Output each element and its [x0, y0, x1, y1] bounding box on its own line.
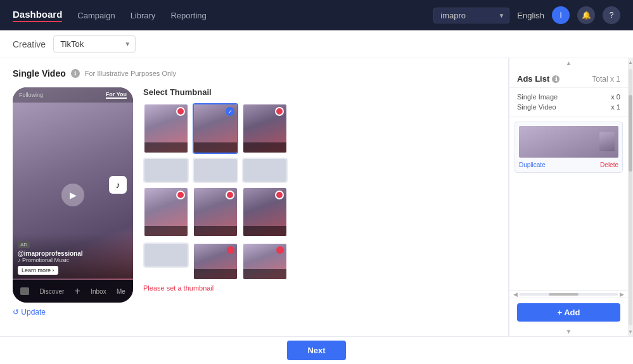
ads-hscroll: ◀ ▶: [509, 290, 628, 298]
sub-header: Creative TikTok Facebook Instagram ▼: [0, 30, 633, 58]
phone-nav-add: +: [75, 286, 80, 297]
phone-caption: ♪ Promotional Music: [18, 257, 128, 263]
ad-card-thumb: [519, 126, 618, 158]
ad-card-1: Duplicate Delete: [515, 122, 623, 173]
ads-list-info-icon: ℹ: [552, 75, 559, 83]
main-layout: Single Video ℹ For Illustrative Purposes…: [0, 58, 633, 336]
thumb-item-3[interactable]: [242, 103, 288, 154]
account-selector[interactable]: imapro ▼: [433, 8, 509, 23]
phone-username: @imaproprofessional: [18, 250, 128, 257]
duplicate-button[interactable]: Duplicate: [519, 161, 546, 168]
ads-stat-image-label: Single Image: [517, 93, 558, 101]
phone-nav-discover: Discover: [39, 288, 64, 295]
scroll-arrow-up[interactable]: ▲: [509, 58, 628, 68]
notifications-icon[interactable]: 🔔: [577, 6, 595, 24]
phone-nav-inbox: Inbox: [91, 288, 106, 295]
ads-stat-single-video: Single Video x 1: [517, 102, 620, 112]
user-avatar[interactable]: i: [552, 6, 570, 24]
thumb-item-6[interactable]: [242, 158, 288, 183]
thumb-item-12[interactable]: [242, 242, 288, 280]
thumb-item-8[interactable]: [193, 187, 238, 237]
hscroll-right-arrow[interactable]: ▶: [618, 291, 625, 298]
nav-right: imapro ▼ English i 🔔 ?: [433, 6, 620, 24]
thumb-item-9[interactable]: [242, 187, 288, 237]
thumb-item-1[interactable]: [143, 103, 189, 154]
app-container: Dashboard Campaign Library Reporting ima…: [0, 0, 633, 364]
thumb-select-9: [275, 191, 284, 199]
ads-list-header: Ads List ℹ Total x 1: [509, 68, 628, 88]
thumb-item-5[interactable]: [193, 158, 238, 183]
language-label[interactable]: English: [517, 11, 544, 20]
thumb-item-4[interactable]: [143, 158, 189, 183]
bottom-bar: Next: [0, 336, 633, 364]
thumb-select-7: [176, 191, 185, 199]
ad-badge: AD: [18, 241, 30, 248]
thumb-item-2[interactable]: ✓: [193, 103, 238, 154]
hscroll-left-arrow[interactable]: ◀: [512, 291, 519, 298]
thumb-select-2: ✓: [226, 107, 234, 116]
creative-label: Creative: [13, 39, 46, 49]
vscroll-thumb: [629, 95, 632, 172]
hscroll-thumb: [549, 293, 579, 296]
phone-video-bg: ▶ ♪ AD @imaproprofessional ♪ Promotional…: [13, 87, 133, 303]
thumb-item-10[interactable]: [143, 242, 189, 268]
scroll-arrow-down[interactable]: ▼: [509, 327, 628, 336]
ads-list-title: Ads List ℹ: [517, 74, 559, 84]
top-nav: Dashboard Campaign Library Reporting ima…: [0, 0, 633, 30]
learn-more-btn[interactable]: Learn more ›: [18, 266, 58, 275]
phone-mockup-wrapper: Following For You ▶ ♪ AD @imaproprofessi…: [13, 87, 133, 317]
account-select[interactable]: imapro: [433, 8, 509, 23]
ads-total: Total x 1: [592, 75, 620, 84]
phone-bottom-overlay: AD @imaproprofessional ♪ Promotional Mus…: [13, 234, 133, 279]
nav-library[interactable]: Library: [131, 11, 156, 20]
info-icon: ℹ: [71, 69, 80, 78]
phone-nav-bar: Discover + Inbox Me: [13, 280, 133, 303]
update-link[interactable]: ↺ Update: [13, 308, 133, 317]
phone-tab-foryou: For You: [106, 91, 127, 99]
ads-stat-single-image: Single Image x 0: [517, 92, 620, 102]
thumb-select-3: [275, 107, 284, 116]
platform-selector[interactable]: TikTok Facebook Instagram ▼: [53, 35, 136, 53]
add-btn-row: + Add: [509, 298, 628, 327]
add-button[interactable]: + Add: [517, 303, 620, 322]
creative-panel: Single Video ℹ For Illustrative Purposes…: [0, 58, 509, 336]
vscroll-track: [629, 69, 632, 325]
nav-logo[interactable]: Dashboard: [13, 9, 62, 22]
thumb-red-badge-12: [276, 246, 284, 254]
play-button[interactable]: ▶: [61, 184, 84, 206]
nav-campaign[interactable]: Campaign: [77, 11, 115, 20]
thumbnail-section: Select Thumbnail: [143, 87, 496, 317]
tiktok-logo: ♪: [109, 176, 127, 194]
vscroll-down-arrow[interactable]: ▼: [628, 328, 633, 336]
vertical-scrollbar: ▲ ▼: [628, 58, 633, 336]
thumbnail-grid: ✓: [143, 103, 496, 280]
ads-list-panel: ▲ Ads List ℹ Total x 1 Single Image x 0 …: [509, 58, 628, 336]
single-video-header: Single Video ℹ For Illustrative Purposes…: [13, 68, 496, 78]
ads-stat-video-label: Single Video: [517, 103, 556, 111]
thumb-select-8: [226, 191, 234, 199]
next-button[interactable]: Next: [287, 341, 345, 360]
ads-stats: Single Image x 0 Single Video x 1: [509, 88, 628, 116]
help-icon[interactable]: ?: [603, 6, 620, 24]
hscroll-track: [519, 293, 618, 296]
ads-scroll-area: Duplicate Delete: [509, 116, 628, 290]
phone-mockup: Following For You ▶ ♪ AD @imaproprofessi…: [13, 87, 133, 303]
vscroll-up-arrow[interactable]: ▲: [628, 58, 633, 66]
thumbnail-title: Select Thumbnail: [143, 87, 496, 97]
ads-stat-image-value: x 0: [611, 93, 620, 101]
ad-card-actions: Duplicate Delete: [519, 161, 618, 168]
thumb-item-7[interactable]: [143, 187, 189, 237]
single-video-title: Single Video: [13, 68, 66, 78]
content-row: Following For You ▶ ♪ AD @imaproprofessi…: [13, 87, 496, 317]
thumb-item-11[interactable]: [193, 242, 238, 280]
thumb-red-badge-11: [227, 246, 234, 254]
info-text: For Illustrative Purposes Only: [85, 70, 176, 77]
delete-button[interactable]: Delete: [600, 161, 618, 168]
phone-nav-home: [20, 287, 29, 295]
ads-stat-video-value: x 1: [611, 103, 620, 111]
phone-top-bar: Following For You: [13, 87, 133, 103]
thumbnail-error: Please set a thumbnail: [143, 284, 496, 292]
phone-tab-following: Following: [19, 92, 43, 98]
platform-select[interactable]: TikTok Facebook Instagram: [53, 35, 136, 53]
nav-reporting[interactable]: Reporting: [170, 11, 206, 20]
